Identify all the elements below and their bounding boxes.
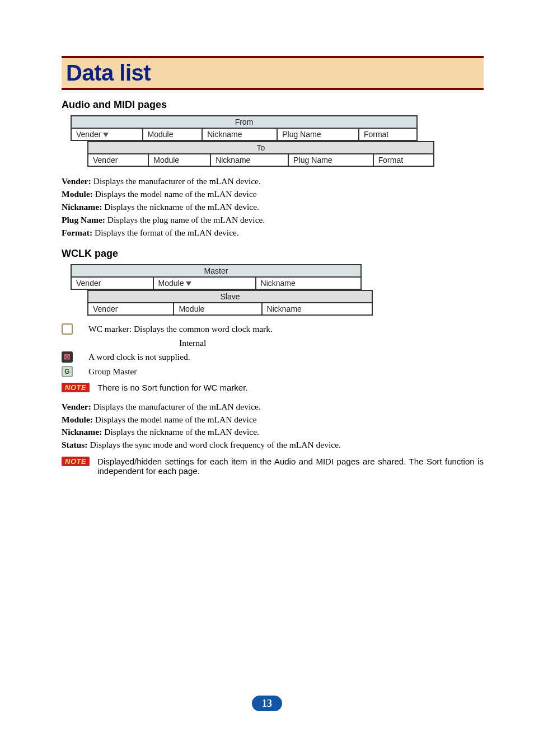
master-header: Master [71, 265, 361, 277]
table-header[interactable]: Nickname [256, 277, 361, 289]
desc: Displays the model name of the mLAN devi… [95, 415, 257, 424]
note-text: Displayed/hidden settings for each item … [97, 457, 484, 476]
heading-audio-midi: Audio and MIDI pages [62, 99, 484, 111]
table-header[interactable]: Nickname [202, 128, 277, 140]
defs-audio-midi: Vender: Displays the manufacturer of the… [62, 176, 484, 239]
table-header[interactable]: Module [148, 154, 210, 166]
note-badge: NOTE [62, 383, 90, 392]
table-header[interactable]: Vender [88, 154, 148, 166]
table-header[interactable]: Plug Name [288, 154, 373, 166]
desc: Displays the model name of the mLAN devi… [95, 189, 257, 199]
term: Format: [62, 228, 92, 237]
desc: Displays the nickname of the mLAN device… [104, 427, 259, 436]
term: Module: [62, 415, 93, 424]
slave-table: Slave Vender Module Nickname [87, 290, 373, 316]
legend-text: WC marker: Displays the common word cloc… [88, 324, 273, 334]
table-header[interactable]: Module [174, 303, 261, 315]
page-number: 13 [252, 696, 282, 711]
term: Module: [62, 189, 93, 199]
desc: Displays the format of the mLAN device. [95, 228, 239, 237]
defs-wclk: Vender: Displays the manufacturer of the… [62, 401, 484, 452]
from-table: From Vender Module Nickname Plug Name Fo… [71, 115, 418, 141]
table-header[interactable]: Plug Name [277, 128, 359, 140]
term: Status: [62, 440, 88, 449]
note-text: There is no Sort function for WC marker. [97, 383, 247, 392]
term: Vender: [62, 176, 91, 186]
heading-wclk: WCLK page [62, 248, 484, 260]
sort-icon[interactable] [103, 133, 109, 137]
term: Vender: [62, 402, 91, 411]
note-badge: NOTE [62, 457, 90, 466]
col-label: Module [158, 279, 184, 288]
desc: Displays the sync mode and word clock fr… [90, 440, 341, 449]
term: Nickname: [62, 202, 102, 212]
master-table: Master Vender Module Nickname [71, 264, 362, 290]
sort-icon[interactable] [186, 281, 191, 286]
page-title: Data list [66, 60, 151, 85]
slave-header: Slave [88, 290, 372, 303]
table-header[interactable]: Vender [71, 277, 153, 289]
term: Nickname: [62, 427, 102, 436]
table-header[interactable]: Format [373, 154, 434, 166]
desc: Displays the nickname of the mLAN device… [104, 202, 259, 212]
table-header[interactable]: Nickname [210, 154, 288, 166]
from-header: From [71, 116, 417, 128]
desc: Displays the manufacturer of the mLAN de… [93, 402, 261, 411]
table-header[interactable]: Nickname [262, 303, 372, 315]
wc-marker-icon [62, 323, 73, 335]
col-label: Vender [76, 130, 101, 139]
table-header[interactable]: Format [359, 128, 417, 140]
legend-text: A word clock is not supplied. [88, 352, 190, 362]
internal-label: Internal [179, 338, 484, 348]
title-block: Data list [62, 56, 484, 90]
legend-block: WC marker: Displays the common word cloc… [62, 323, 484, 377]
table-header[interactable]: Vender [88, 303, 174, 315]
to-header: To [88, 142, 434, 154]
desc: Displays the plug name of the mLAN devic… [107, 215, 265, 224]
legend-text: Group Master [88, 367, 137, 377]
g-icon: G [62, 366, 73, 377]
table-header[interactable]: Vender [71, 128, 143, 140]
desc: Displays the manufacturer of the mLAN de… [93, 176, 261, 186]
table-header[interactable]: Module [153, 277, 256, 289]
term: Plug Name: [62, 215, 105, 224]
to-table: To Vender Module Nickname Plug Name Form… [87, 141, 434, 167]
cross-icon: ⊠ [62, 351, 73, 363]
table-header[interactable]: Module [143, 128, 203, 140]
